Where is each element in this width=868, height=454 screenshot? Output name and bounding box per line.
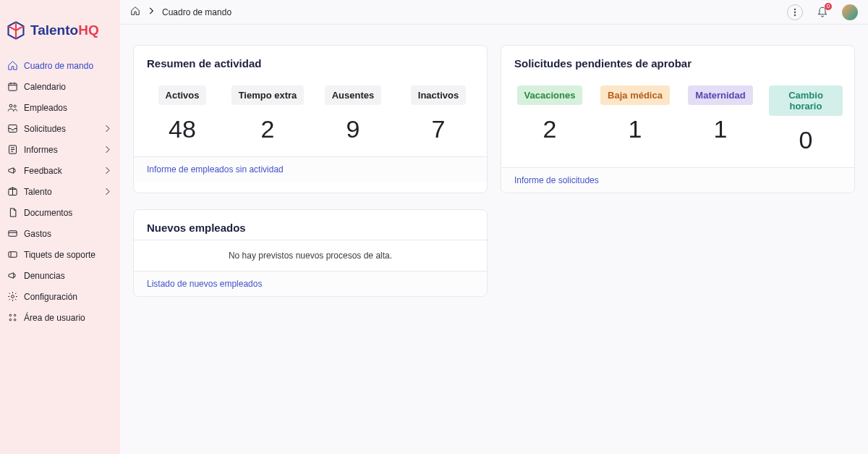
stat-item: Tiempo extra2	[231, 85, 305, 143]
main: Cuadro de mando 0 Resumen de actividad A…	[120, 0, 868, 454]
sidebar-item-report[interactable]: Informes	[0, 139, 120, 160]
logo[interactable]: TalentoHQ	[0, 9, 120, 55]
sidebar-item-users[interactable]: Empleados	[0, 97, 120, 118]
requests-card: Solicitudes pendientes de aprobar Vacaci…	[501, 45, 855, 193]
stat-item: Ausentes9	[316, 85, 390, 143]
stat-value: 1	[684, 115, 757, 143]
sidebar-item-home[interactable]: Cuadro de mando	[0, 55, 120, 76]
stat-item: Cambio horario0	[769, 85, 843, 154]
stat-label: Ausentes	[325, 85, 382, 105]
new-employees-card: Nuevos empleados No hay previstos nuevos…	[133, 209, 488, 297]
sidebar-item-box[interactable]: Talento	[0, 181, 120, 202]
svg-point-14	[794, 12, 795, 12]
stat-label: Cambio horario	[769, 85, 843, 116]
box-icon	[7, 186, 18, 197]
sidebar-item-label: Solicitudes	[24, 124, 66, 134]
sidebar-item-label: Configuración	[24, 292, 77, 302]
sidebar-item-label: Gastos	[24, 229, 51, 239]
users-icon	[7, 102, 18, 113]
topbar: Cuadro de mando 0	[120, 0, 868, 25]
user-avatar[interactable]	[842, 4, 858, 20]
sidebar-item-label: Cuadro de mando	[24, 61, 93, 71]
svg-point-8	[12, 295, 14, 298]
ticket-icon	[7, 249, 18, 260]
stat-label: Inactivos	[411, 85, 466, 105]
sidebar-item-ticket[interactable]: Tiquets de soporte	[0, 244, 120, 265]
alert-icon	[7, 270, 18, 281]
activity-report-link[interactable]: Informe de empleados sin actividad	[134, 156, 487, 182]
sidebar-item-megaphone[interactable]: Feedback	[0, 160, 120, 181]
inbox-icon	[7, 123, 18, 134]
stat-label: Vacaciones	[517, 85, 583, 105]
stat-value: 9	[316, 115, 390, 143]
stat-value: 48	[145, 115, 219, 143]
stat-item: Activos48	[145, 85, 219, 143]
userarea-icon	[7, 312, 18, 323]
gear-icon	[7, 291, 18, 302]
sidebar-item-label: Calendario	[24, 82, 66, 92]
sidebar-item-label: Documentos	[24, 208, 72, 218]
stat-label: Activos	[158, 85, 207, 105]
svg-point-9	[9, 314, 12, 316]
chevron-right-icon	[102, 123, 113, 134]
sidebar: TalentoHQ Cuadro de mandoCalendarioEmple…	[0, 0, 120, 454]
sidebar-item-label: Denuncias	[24, 271, 65, 281]
svg-point-10	[14, 314, 16, 316]
stat-item: Maternidad1	[684, 85, 757, 154]
stat-value: 0	[769, 126, 843, 154]
chevron-right-icon	[102, 165, 113, 176]
sidebar-item-label: Empleados	[24, 103, 67, 113]
sidebar-item-calendar[interactable]: Calendario	[0, 76, 120, 97]
stat-label: Tiempo extra	[231, 85, 305, 105]
requests-title: Solicitudes pendientes de aprobar	[501, 46, 854, 75]
stat-value: 2	[231, 115, 305, 143]
svg-point-13	[794, 9, 795, 9]
svg-rect-0	[9, 83, 17, 91]
sidebar-item-inbox[interactable]: Solicitudes	[0, 118, 120, 139]
sidebar-item-userarea[interactable]: Área de usuario	[0, 307, 120, 328]
doc-icon	[7, 207, 18, 218]
sidebar-item-card[interactable]: Gastos	[0, 223, 120, 244]
logo-text: TalentoHQ	[30, 22, 99, 38]
calendar-icon	[7, 81, 18, 92]
sidebar-item-label: Talento	[24, 187, 52, 197]
sidebar-item-doc[interactable]: Documentos	[0, 202, 120, 223]
sidebar-item-label: Tiquets de soporte	[24, 250, 95, 260]
chevron-right-icon	[146, 6, 156, 18]
more-options-button[interactable]	[787, 4, 803, 20]
new-employees-empty: No hay previstos nuevos procesos de alta…	[134, 240, 487, 271]
stat-value: 2	[513, 115, 587, 143]
megaphone-icon	[7, 165, 18, 176]
stat-value: 7	[401, 115, 475, 143]
svg-point-11	[9, 319, 12, 321]
activity-title: Resumen de actividad	[134, 46, 487, 75]
logo-cube-icon	[6, 20, 26, 41]
stat-item: Inactivos7	[401, 85, 475, 143]
sidebar-item-label: Informes	[24, 145, 58, 155]
svg-point-15	[794, 14, 795, 15]
stat-label: Baja médica	[600, 85, 670, 105]
notification-badge: 0	[825, 3, 832, 10]
sidebar-item-label: Área de usuario	[24, 313, 85, 323]
chevron-right-icon	[102, 186, 113, 197]
stat-item: Baja médica1	[598, 85, 672, 154]
sidebar-item-gear[interactable]: Configuración	[0, 286, 120, 307]
home-icon[interactable]	[130, 6, 140, 18]
card-icon	[7, 228, 18, 239]
chevron-right-icon	[102, 144, 113, 155]
sidebar-item-label: Feedback	[24, 166, 62, 176]
home-icon	[7, 60, 18, 71]
new-employees-title: Nuevos empleados	[134, 210, 487, 240]
svg-rect-7	[9, 252, 17, 258]
notifications-button[interactable]: 0	[814, 4, 830, 20]
requests-report-link[interactable]: Informe de solicitudes	[501, 167, 854, 193]
sidebar-item-alert[interactable]: Denuncias	[0, 265, 120, 286]
stat-value: 1	[598, 115, 672, 143]
breadcrumb: Cuadro de mando	[130, 6, 231, 18]
svg-point-1	[9, 104, 12, 107]
stat-label: Maternidad	[688, 85, 752, 105]
report-icon	[7, 144, 18, 155]
svg-point-12	[14, 319, 16, 321]
svg-point-2	[14, 105, 16, 107]
new-employees-link[interactable]: Listado de nuevos empleados	[134, 271, 487, 296]
